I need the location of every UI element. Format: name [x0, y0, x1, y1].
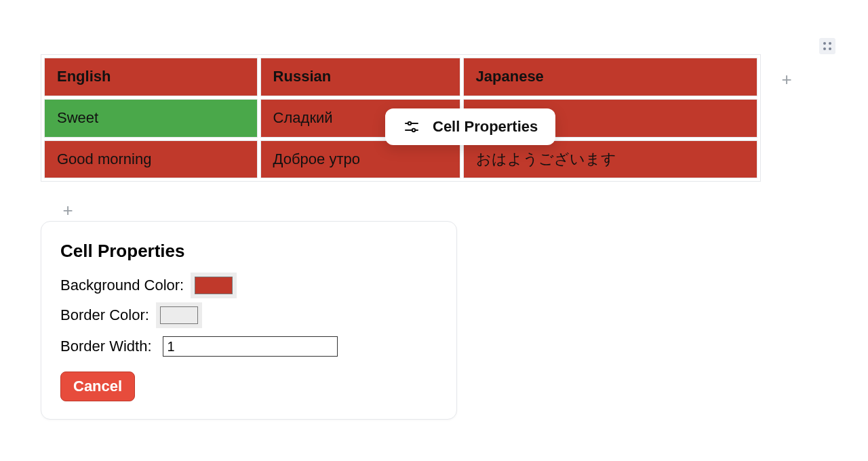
background-color-swatch[interactable]: [195, 277, 233, 294]
context-menu-label: Cell Properties: [433, 118, 538, 136]
add-row-button[interactable]: +: [54, 197, 81, 224]
background-color-label: Background Color:: [60, 277, 184, 294]
column-header-japanese[interactable]: Japanese: [463, 58, 757, 96]
drag-handle[interactable]: [819, 38, 835, 54]
panel-title: Cell Properties: [60, 241, 437, 262]
border-color-swatch[interactable]: [160, 306, 198, 324]
border-width-input[interactable]: [163, 336, 338, 357]
cell-japanese[interactable]: おはようございます: [463, 140, 757, 179]
cell-english[interactable]: Sweet: [44, 99, 258, 138]
table-row: Good morning Доброе утро おはようございます: [44, 140, 757, 179]
svg-point-1: [408, 122, 411, 125]
cell-properties-context-menu[interactable]: Cell Properties: [385, 108, 555, 145]
svg-point-3: [412, 129, 415, 132]
column-header-russian[interactable]: Russian: [260, 58, 460, 96]
cell-properties-panel: Cell Properties Background Color: Border…: [41, 221, 457, 420]
add-column-button[interactable]: +: [773, 62, 800, 96]
column-header-english[interactable]: English: [44, 58, 258, 96]
border-width-row: Border Width:: [60, 336, 437, 357]
plus-icon: +: [62, 200, 73, 221]
cell-russian[interactable]: Доброе утро: [260, 140, 460, 179]
sliders-icon: [403, 118, 420, 136]
border-color-row: Border Color:: [60, 306, 437, 324]
background-color-row: Background Color:: [60, 277, 437, 294]
cell-english[interactable]: Good morning: [44, 140, 258, 179]
table-header-row: English Russian Japanese: [44, 58, 757, 96]
border-color-label: Border Color:: [60, 306, 149, 324]
plus-icon: +: [781, 69, 791, 90]
drag-handle-icon: [823, 42, 831, 50]
border-width-label: Border Width:: [60, 338, 152, 355]
cancel-button[interactable]: Cancel: [60, 372, 135, 401]
